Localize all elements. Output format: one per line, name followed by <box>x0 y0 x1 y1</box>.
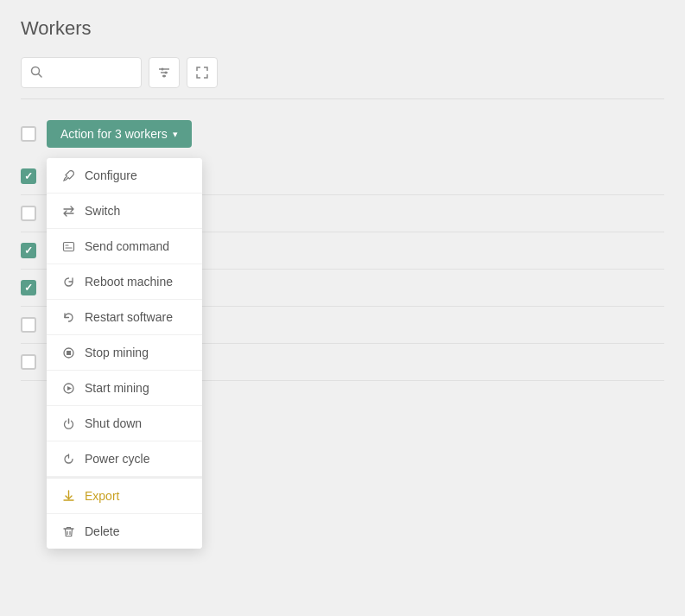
svg-marker-14 <box>67 386 72 391</box>
send-command-label: Send command <box>85 239 169 253</box>
export-label: Export <box>85 489 119 503</box>
shut-down-label: Shut down <box>85 416 142 430</box>
menu-item-start-mining[interactable]: Start mining <box>47 371 202 406</box>
menu-item-send-command[interactable]: Send command <box>47 229 202 264</box>
wrench-icon <box>60 168 76 183</box>
select-all-checkbox[interactable] <box>21 126 36 142</box>
reboot-machine-label: Reboot machine <box>85 275 173 289</box>
chevron-down-icon: ▾ <box>173 129 178 140</box>
search-box[interactable] <box>21 57 142 88</box>
svg-point-5 <box>162 68 164 71</box>
configure-label: Configure <box>85 168 137 182</box>
switch-icon <box>60 203 76 219</box>
row-checkbox-5[interactable] <box>21 317 36 333</box>
svg-rect-8 <box>63 242 73 251</box>
command-icon <box>60 238 76 254</box>
toolbar <box>21 57 664 99</box>
play-icon <box>60 380 76 396</box>
switch-label: Switch <box>85 204 120 218</box>
expand-button[interactable] <box>187 57 218 88</box>
cycle-icon <box>60 451 76 467</box>
search-icon[interactable] <box>30 66 42 80</box>
svg-line-1 <box>39 73 42 77</box>
restart-icon <box>60 309 76 325</box>
menu-item-shut-down[interactable]: Shut down <box>47 406 202 441</box>
menu-item-power-cycle[interactable]: Power cycle <box>47 441 202 477</box>
action-btn-wrapper: Action for 3 workers ▾ Configure <box>47 120 192 148</box>
menu-item-reboot-machine[interactable]: Reboot machine <box>47 264 202 300</box>
action-for-workers-button[interactable]: Action for 3 workers ▾ <box>47 120 192 148</box>
filter-button[interactable] <box>149 57 180 88</box>
power-icon <box>60 416 76 431</box>
row-checkbox-1[interactable] <box>21 168 36 184</box>
stop-icon <box>60 345 76 360</box>
menu-item-switch[interactable]: Switch <box>47 194 202 229</box>
menu-item-stop-mining[interactable]: Stop mining <box>47 335 202 371</box>
menu-item-export[interactable]: Export <box>47 479 202 514</box>
row-checkbox-4[interactable] <box>21 280 36 295</box>
trash-icon <box>60 524 76 539</box>
table-header-row: Action for 3 workers ▾ Configure <box>21 113 664 158</box>
menu-item-restart-software[interactable]: Restart software <box>47 300 202 335</box>
page-title: Workers <box>21 17 664 40</box>
reboot-icon <box>60 274 76 289</box>
row-checkbox-6[interactable] <box>21 354 36 370</box>
power-cycle-label: Power cycle <box>85 452 149 466</box>
delete-label: Delete <box>85 524 119 538</box>
start-mining-label: Start mining <box>85 381 149 395</box>
stop-mining-label: Stop mining <box>85 346 149 359</box>
table-area: Action for 3 workers ▾ Configure <box>21 113 664 381</box>
svg-point-7 <box>163 75 166 78</box>
menu-item-configure[interactable]: Configure <box>47 158 202 194</box>
menu-item-delete[interactable]: Delete <box>47 514 202 549</box>
row-checkbox-2[interactable] <box>21 206 36 221</box>
page-container: Workers <box>0 0 685 616</box>
svg-rect-12 <box>67 351 71 355</box>
row-checkbox-3[interactable] <box>21 243 36 258</box>
action-button-label: Action for 3 workers <box>60 127 168 141</box>
export-icon <box>60 488 76 504</box>
dropdown-menu: Configure Switch <box>47 158 202 549</box>
svg-point-6 <box>165 72 168 74</box>
restart-software-label: Restart software <box>85 310 173 324</box>
